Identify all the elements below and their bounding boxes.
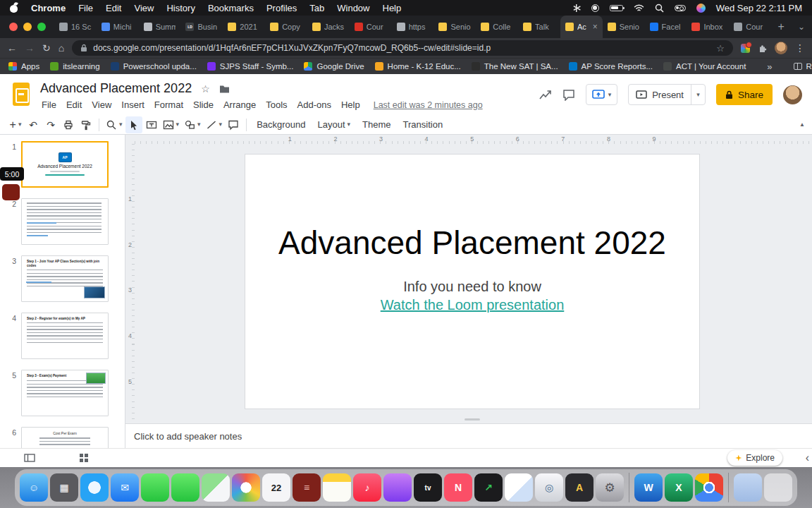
browser-profile-avatar[interactable]: [775, 42, 787, 54]
back-button[interactable]: ←: [7, 42, 17, 54]
spotlight-icon[interactable]: [655, 4, 664, 13]
dock-icon-word[interactable]: W: [634, 473, 663, 502]
browser-menu-icon[interactable]: ⋮: [795, 42, 805, 54]
menu-bar-item[interactable]: View: [134, 3, 154, 13]
dock-icon-stocks[interactable]: ↗: [474, 473, 503, 502]
menu-bar-item[interactable]: Help: [383, 3, 402, 13]
bookmark-item[interactable]: ACT | Your Account: [663, 62, 746, 71]
timer-badge[interactable]: 5:00: [0, 167, 24, 181]
undo-button[interactable]: ↶: [25, 116, 42, 133]
dock-icon-tv[interactable]: tv: [414, 473, 442, 502]
dock-icon-messages[interactable]: [141, 473, 169, 502]
forward-button[interactable]: →: [25, 42, 35, 54]
extensions-puzzle-icon[interactable]: [758, 44, 767, 53]
activity-dashboard-icon[interactable]: [539, 89, 552, 101]
present-dropdown[interactable]: ▾: [691, 85, 705, 104]
browser-tab[interactable]: Facel ×: [645, 16, 687, 38]
app-menu-item[interactable]: Arrange: [219, 97, 261, 112]
menu-bar-item[interactable]: Tab: [309, 3, 324, 13]
bookmark-item[interactable]: The New SAT | SA...: [472, 62, 558, 71]
browser-tab[interactable]: Inbox ×: [687, 16, 729, 38]
move-to-folder-icon[interactable]: [219, 85, 230, 93]
dock-icon-music[interactable]: ♪: [353, 473, 381, 502]
menu-bar-item[interactable]: Profiles: [266, 3, 297, 13]
browser-tab[interactable]: Colle ×: [476, 16, 518, 38]
reading-list-button[interactable]: Reading List: [794, 62, 812, 71]
slide-thumbnail-2[interactable]: [21, 198, 109, 245]
browser-tab[interactable]: Senio ×: [603, 16, 645, 38]
insert-line-button[interactable]: ▾: [204, 116, 225, 133]
transition-button[interactable]: Transition: [398, 116, 449, 133]
dock-icon-facetime[interactable]: [171, 473, 199, 502]
dock-icon-safari[interactable]: [80, 473, 109, 502]
slide-link[interactable]: Watch the Loom presentation: [381, 297, 565, 313]
slide-thumbnail-6[interactable]: Cost Per Exam: [21, 427, 109, 448]
speaker-notes-bar[interactable]: Click to add speaker notes: [125, 423, 812, 448]
dock-icon-maps[interactable]: [202, 473, 230, 502]
bookmark-item[interactable]: AP Score Reports...: [569, 62, 653, 71]
bookmark-item[interactable]: itslearning: [50, 62, 99, 71]
menu-bar-item[interactable]: Chrome: [31, 3, 66, 13]
home-button[interactable]: ⌂: [59, 42, 64, 54]
zoom-button[interactable]: ▾: [104, 116, 125, 133]
browser-tab[interactable]: Summ ×: [139, 16, 181, 38]
extension-icon[interactable]: [741, 44, 750, 53]
browser-tab[interactable]: Cour ×: [729, 16, 771, 38]
dock-icon-trash[interactable]: [764, 473, 792, 502]
slide-thumbnail-5[interactable]: Step 3 - Exam(s) Payment: [21, 370, 109, 416]
browser-tab[interactable]: Ac ×: [560, 16, 603, 38]
current-slide[interactable]: Advanced Placement 2022 Info you need to…: [245, 154, 700, 409]
slide-title[interactable]: Advanced Placement 2022: [278, 226, 666, 260]
bookmark-star-icon[interactable]: ☆: [716, 43, 725, 54]
control-center-icon[interactable]: [675, 5, 686, 11]
canvas-scrollbar[interactable]: [465, 418, 480, 421]
collapse-toolbar-button[interactable]: ▲: [799, 121, 805, 128]
dock-icon-calendar[interactable]: 22: [262, 473, 290, 502]
app-menu-item[interactable]: Edit: [61, 97, 87, 112]
browser-tab[interactable]: 2021 ×: [223, 16, 265, 38]
apple-menu-icon[interactable]: [10, 2, 18, 13]
dock-icon-reminders[interactable]: ≡: [293, 473, 321, 502]
bookmark-item[interactable]: Google Drive: [304, 62, 364, 71]
dock-divider[interactable]: [629, 473, 629, 502]
browser-tab[interactable]: Talk ×: [518, 16, 560, 38]
slide-thumbnail-3[interactable]: Step 1 - Join Your AP Class Section(s) w…: [21, 255, 109, 302]
dock-icon-chrome[interactable]: [695, 473, 723, 502]
dock-icon-notes[interactable]: [323, 473, 351, 502]
insert-shape-button[interactable]: ▾: [182, 116, 203, 133]
minimize-window-button[interactable]: [23, 23, 32, 31]
new-slide-button[interactable]: +▾: [7, 116, 24, 133]
dock-icon-news[interactable]: N: [444, 473, 472, 502]
reload-button[interactable]: ↻: [42, 42, 51, 54]
bookmark-item[interactable]: Apps: [8, 62, 39, 71]
paint-format-button[interactable]: [78, 116, 94, 133]
dock-icon-pixelmator[interactable]: A: [565, 473, 593, 502]
star-document-icon[interactable]: ☆: [201, 84, 210, 94]
tab-search-button[interactable]: ⌄: [791, 22, 812, 32]
menubar-clock[interactable]: Wed Sep 22 2:11 PM: [716, 3, 802, 13]
user-avatar[interactable]: [783, 85, 802, 104]
slide-subtitle[interactable]: Info you need to know: [403, 279, 541, 295]
dock-divider[interactable]: [728, 473, 729, 502]
app-menu-item[interactable]: Slide: [188, 97, 219, 112]
menu-bar-item[interactable]: Window: [337, 3, 369, 13]
browser-tab[interactable]: https ×: [392, 16, 434, 38]
browser-tab[interactable]: 16 Sc ×: [54, 16, 97, 38]
theme-button[interactable]: Theme: [357, 116, 396, 133]
google-slides-logo[interactable]: [13, 83, 30, 106]
tab-close-icon[interactable]: ×: [593, 22, 598, 32]
siri-icon[interactable]: [696, 4, 706, 13]
comments-icon[interactable]: [562, 89, 575, 101]
menu-bar-item[interactable]: Edit: [106, 3, 121, 13]
last-edit-link[interactable]: Last edit was 2 minutes ago: [374, 100, 483, 110]
document-title[interactable]: Advanced Placement 2022: [40, 81, 192, 96]
browser-tab[interactable]: Senio ×: [433, 16, 476, 38]
share-button[interactable]: Share: [716, 84, 773, 105]
dock-icon-books[interactable]: [505, 473, 533, 502]
app-menu-item[interactable]: Insert: [116, 97, 149, 112]
slide-thumbnail-4[interactable]: Step 2 - Register for exam(s) in My AP: [21, 313, 109, 359]
dock-icon-podcasts[interactable]: [383, 473, 412, 502]
app-menu-item[interactable]: Help: [336, 97, 365, 112]
dock-icon-finder[interactable]: ☺: [20, 473, 48, 502]
insert-comment-button[interactable]: [225, 116, 242, 133]
